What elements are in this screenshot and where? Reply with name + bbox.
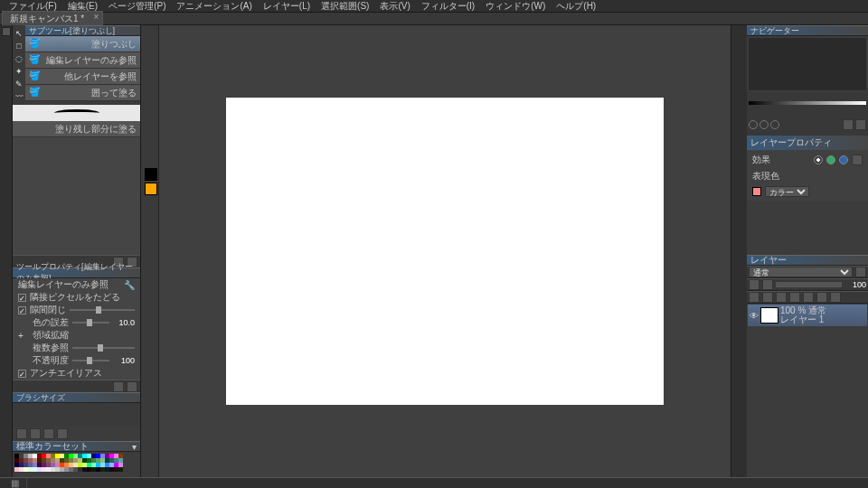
transfer-icon[interactable] — [803, 292, 814, 303]
toolprop-header: ツールプロパティ[編集レイヤーのみ参照] — [13, 267, 140, 278]
bucket-icon: 🪣 — [29, 38, 42, 51]
multi-slider[interactable] — [72, 347, 135, 349]
layer-name: レイヤー 1 — [780, 315, 826, 324]
background-color[interactable] — [145, 183, 157, 195]
color-swatches[interactable] — [13, 452, 140, 474]
gap-slider[interactable] — [70, 309, 135, 311]
menu-anim[interactable]: アニメーション(A) — [171, 0, 257, 13]
status-bar: ▦ — [0, 477, 868, 488]
bucket-icon: 🪣 — [29, 87, 42, 99]
subtool-item-editlayer[interactable]: 🪣編集レイヤーのみ参照 — [25, 52, 140, 69]
subtool-header: サブツール[塗りつぶし] — [25, 25, 140, 36]
prop-tolerance[interactable]: 色の誤差10.0 — [13, 316, 140, 329]
subtool-item-otherlayer[interactable]: 🪣他レイヤーを参照 — [25, 69, 140, 85]
toolprop-save-icon[interactable] — [113, 381, 124, 392]
color-mode-row — [13, 427, 140, 441]
eye-icon[interactable]: 👁 — [750, 311, 759, 321]
dup-icon[interactable] — [816, 292, 827, 303]
wrench-icon[interactable]: 🔧 — [124, 280, 135, 290]
tool-brush-icon[interactable]: 〰 — [14, 92, 24, 101]
menu-help[interactable]: ヘルプ(H) — [551, 0, 601, 13]
menu-bar: ファイル(F) 編集(E) ページ管理(P) アニメーション(A) レイヤー(L… — [0, 0, 868, 13]
layer-opacity-value: 100 — [844, 280, 866, 289]
menu-view[interactable]: 表示(V) — [374, 0, 415, 13]
effect-radio-2[interactable] — [826, 155, 835, 164]
merge-icon[interactable] — [789, 292, 800, 303]
expression-color-combo[interactable]: カラー — [765, 186, 809, 197]
checkbox-icon[interactable] — [18, 370, 26, 378]
new-layer-icon[interactable] — [749, 292, 760, 303]
menu-window[interactable]: ウィンドウ(W) — [480, 0, 551, 13]
menu-select[interactable]: 選択範囲(S) — [316, 0, 374, 13]
toolprop-subhead: 編集レイヤーのみ参照🔧 — [13, 278, 140, 291]
colorset-header: 標準カラーセット▾ — [13, 441, 140, 452]
menu-filter[interactable]: フィルター(I) — [416, 0, 480, 13]
dock-handle[interactable] — [2, 27, 11, 36]
lp-effect-row: 効果 — [749, 152, 866, 168]
close-icon[interactable]: × — [93, 12, 99, 22]
rotate-cw-icon[interactable] — [760, 120, 769, 129]
tolerance-slider[interactable] — [72, 322, 109, 324]
effect-radio-1[interactable] — [814, 155, 823, 164]
color-wells-strip — [141, 25, 159, 477]
checkbox-icon[interactable] — [18, 294, 26, 302]
layer-thumbnail[interactable] — [760, 307, 778, 324]
rotate-ccw-icon[interactable] — [749, 120, 758, 129]
tool-wand-icon[interactable]: ✦ — [14, 67, 24, 76]
fit-icon[interactable] — [770, 120, 779, 129]
colorslider-icon[interactable] — [30, 428, 41, 439]
tool-lasso-icon[interactable]: ◌ — [14, 54, 24, 63]
tool-move-icon[interactable]: ↖ — [14, 29, 24, 38]
canvas[interactable] — [226, 98, 664, 405]
colorhistory-icon[interactable] — [57, 428, 68, 439]
colorwheel-icon[interactable] — [16, 428, 27, 439]
prop-gap[interactable]: 隙間閉じ — [13, 304, 140, 316]
left-dock-strip — [0, 25, 13, 477]
blend-mode-combo[interactable]: 通常 — [749, 267, 853, 277]
foreground-color[interactable] — [145, 168, 157, 181]
tool-marquee-icon[interactable]: □ — [14, 42, 24, 51]
expr-color-swatch[interactable] — [752, 187, 761, 196]
effect-radio-3[interactable] — [839, 155, 848, 164]
prop-aa[interactable]: アンチエイリアス — [13, 367, 140, 380]
prop-expand[interactable]: +領域拡縮 — [13, 329, 140, 342]
canvas-viewport[interactable] — [159, 25, 731, 477]
layer-opacity-slider[interactable] — [776, 282, 842, 287]
menu-page[interactable]: ページ管理(P) — [103, 0, 171, 13]
clip-icon[interactable] — [762, 279, 773, 290]
mask-icon[interactable] — [749, 279, 760, 290]
flip-v-icon[interactable] — [855, 119, 866, 130]
tab-bar: 新規キャンバス1 * × — [0, 13, 868, 25]
new-folder-icon[interactable] — [762, 292, 773, 303]
tab-label: 新規キャンバス1 * — [10, 14, 84, 23]
toolprop-menu-icon[interactable] — [127, 381, 137, 392]
subtool-item-leftover[interactable]: 塗り残し部分に塗る — [13, 121, 140, 137]
color-swatch[interactable] — [118, 467, 123, 472]
tool-pen-icon[interactable]: ✎ — [14, 80, 24, 89]
delete-layer-icon[interactable] — [776, 292, 787, 303]
prop-opacity[interactable]: 不透明度100 — [13, 354, 140, 367]
layer-lock-icon[interactable] — [855, 267, 866, 277]
subtool-item-fill[interactable]: 🪣塗りつぶし — [25, 36, 140, 52]
zoom-slider[interactable] — [749, 101, 866, 105]
colorset-icon[interactable] — [43, 428, 54, 439]
dropdown-icon[interactable]: ▾ — [132, 442, 137, 452]
brushsize-header: ブラシサイズ — [13, 392, 140, 403]
effect-settings-icon[interactable] — [852, 155, 863, 165]
opacity-slider[interactable] — [72, 360, 109, 361]
prop-multiref[interactable]: 複数参照 — [13, 342, 140, 354]
status-zoom[interactable]: ▦ — [4, 478, 27, 488]
prop-adjacent[interactable]: 隣接ピクセルをたどる — [13, 291, 140, 304]
flip-h-icon[interactable] — [843, 119, 854, 130]
navigator-preview[interactable] — [749, 38, 866, 90]
subtool-item-enclose[interactable]: 🪣囲って塗る — [25, 85, 140, 101]
layer-color-icon[interactable] — [830, 292, 841, 303]
checkbox-icon[interactable] — [18, 306, 26, 314]
bucket-icon: 🪣 — [29, 70, 42, 83]
menu-layer[interactable]: レイヤー(L) — [258, 0, 316, 13]
layer-item[interactable]: 👁 100 % 通常 レイヤー 1 — [748, 305, 867, 326]
stroke-preview — [13, 105, 140, 121]
brushsize-panel[interactable] — [13, 403, 140, 427]
navigator-header: ナビゲーター — [747, 25, 868, 36]
navigator-controls — [747, 92, 868, 114]
